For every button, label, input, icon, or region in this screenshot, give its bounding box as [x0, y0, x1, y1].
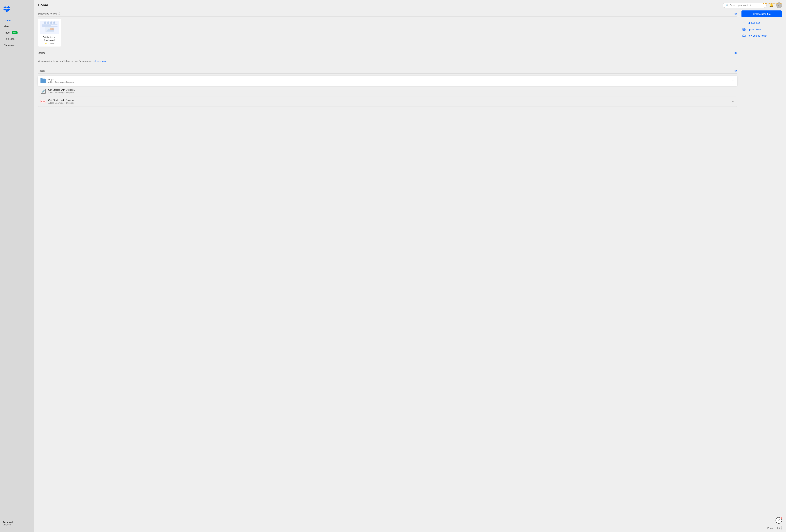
dropbox-logo-icon [3, 5, 10, 12]
recent-item-icon-link: 🔗 [40, 88, 46, 94]
search-bar[interactable]: 🔍 [723, 3, 767, 8]
search-input[interactable] [730, 4, 764, 6]
pdf-line [42, 24, 57, 25]
logo-container [0, 3, 34, 17]
page-footer: ··· Privacy ? [34, 524, 786, 532]
footer-privacy-link[interactable]: Privacy [767, 527, 775, 529]
account-sub: Only you [3, 524, 13, 526]
sidebar-item-paper-label: Paper [4, 31, 10, 34]
suggested-title: Suggested for you ⓘ [38, 12, 60, 15]
suggested-file-card[interactable]: ⊙ ⊙ ⊙ ⊙ [38, 19, 62, 47]
sidebar-item-hellosign-label: HelloSign [4, 38, 15, 40]
file-name: Get Started w... Dropbox.pdf [40, 36, 60, 42]
new-shared-folder-link[interactable]: New shared folder [741, 32, 782, 39]
svg-point-2 [50, 28, 54, 30]
recent-item-info-apps: Apps Added 5 days ago · Dropbox [48, 78, 730, 83]
upgrade-account-link[interactable]: ★ Upgrade account [763, 2, 782, 5]
recent-item-meta-apps: Added 5 days ago · Dropbox [48, 81, 730, 83]
sidebar-item-files[interactable]: Files [2, 24, 32, 29]
pdf-icon: PDF [41, 100, 46, 103]
pdf-line-short [42, 25, 51, 26]
upload-files-link[interactable]: Upload files [741, 20, 782, 26]
upgrade-label: Upgrade account [765, 2, 782, 5]
folder-icon-small: 📁 [45, 42, 47, 45]
pdf-dot-2: ⊙ [47, 21, 49, 24]
recent-section: Recent Hide Apps Added 5 days ago · Drop… [38, 68, 737, 107]
file-location: 📁 Dropbox [45, 42, 55, 45]
suggested-grid: ⊙ ⊙ ⊙ ⊙ [38, 19, 737, 47]
new-shared-folder-icon [742, 34, 746, 38]
content-area: Suggested for you ⓘ Hide ⊙ ⊙ [34, 10, 786, 524]
info-icon[interactable]: ⓘ [58, 12, 60, 15]
sidebar-item-home[interactable]: Home [2, 17, 32, 23]
recent-item-more-link[interactable]: ··· [730, 89, 735, 93]
svg-rect-3 [743, 24, 745, 24]
suggested-title-text: Suggested for you [38, 12, 57, 15]
recent-hide-button[interactable]: Hide [733, 69, 737, 72]
recent-item-more-apps[interactable]: ··· [730, 78, 735, 83]
link-icon: 🔗 [41, 89, 46, 94]
sidebar-nav: Home Files Paper New HelloSign Showcase [0, 17, 34, 518]
file-location-text: Dropbox [48, 42, 55, 44]
checkmark-icon: ✓ [778, 518, 780, 522]
suggested-hide-button[interactable]: Hide [733, 13, 737, 15]
recent-list: Apps Added 5 days ago · Dropbox ··· 🔗 Ge… [38, 76, 737, 107]
content-main: Suggested for you ⓘ Hide ⊙ ⊙ [38, 10, 737, 520]
pdf-dot-1: ⊙ [44, 21, 46, 24]
upload-folder-label: Upload folder [747, 28, 762, 31]
starred-description: When you star items, they'll show up her… [38, 60, 95, 63]
sidebar-item-showcase-label: Showcase [4, 44, 15, 47]
sidebar-item-home-label: Home [4, 19, 11, 22]
upload-folder-link[interactable]: Upload folder [741, 26, 782, 32]
account-name: Personal [3, 521, 13, 524]
starred-header: Starred Hide [38, 50, 737, 56]
pdf-dot-4: ⊙ [53, 21, 55, 24]
recent-item-link[interactable]: 🔗 Get Started with Dropbo... Added 5 day… [38, 86, 737, 96]
task-complete-button[interactable]: ✓ [776, 517, 782, 524]
paper-new-badge: New [12, 31, 17, 34]
main-content: ★ Upgrade account Home 🔍 🔔 ☺ Suggested f… [34, 0, 786, 532]
sidebar-item-showcase[interactable]: Showcase [2, 42, 32, 48]
right-panel: Create new file Upload files [741, 10, 782, 520]
recent-item-pdf[interactable]: PDF Get Started with Dropbo... Added 5 d… [38, 96, 737, 107]
suggested-header: Suggested for you ⓘ Hide [38, 10, 737, 17]
recent-item-meta-link: Added 5 days ago · Dropbox [48, 92, 730, 94]
recent-item-name-link: Get Started with Dropbo... [48, 89, 730, 91]
sidebar-item-hellosign[interactable]: HelloSign [2, 36, 32, 42]
starred-hide-button[interactable]: Hide [733, 52, 737, 54]
create-new-file-button[interactable]: Create new file [741, 10, 782, 17]
recent-item-icon-pdf: PDF [40, 98, 46, 104]
starred-section: Starred Hide When you star items, they'l… [38, 50, 737, 65]
account-switcher[interactable]: Personal Only you ⌃ [3, 521, 31, 526]
upload-files-label: Upload files [747, 22, 760, 24]
starred-empty-text: When you star items, they'll show up her… [38, 58, 737, 65]
chevron-down-icon: ⌃ [29, 522, 31, 525]
recent-item-info-link: Get Started with Dropbo... Added 5 days … [48, 89, 730, 94]
recent-item-info-pdf: Get Started with Dropbo... Added 5 days … [48, 99, 730, 104]
recent-item-name-pdf: Get Started with Dropbo... [48, 99, 730, 101]
search-icon: 🔍 [725, 4, 729, 6]
recent-item-meta-pdf: Added 5 days ago · Dropbox [48, 102, 730, 104]
learn-more-link[interactable]: Learn more [95, 60, 107, 63]
notification-dot [780, 517, 782, 519]
sidebar-item-paper[interactable]: Paper New [2, 30, 32, 35]
mountain-illustration [45, 27, 54, 32]
recent-title-text: Recent [38, 69, 45, 72]
pdf-dot-3: ⊙ [50, 21, 52, 24]
file-thumbnail: ⊙ ⊙ ⊙ ⊙ [40, 21, 59, 34]
page-title: Home [38, 3, 48, 7]
pdf-line-2 [42, 26, 57, 27]
recent-header: Recent Hide [38, 68, 737, 74]
footer-help-button[interactable]: ? [777, 526, 782, 530]
recent-item-apps[interactable]: Apps Added 5 days ago · Dropbox ··· [38, 76, 737, 86]
sidebar-footer: Personal Only you ⌃ [0, 518, 34, 529]
upload-files-icon [742, 21, 746, 25]
recent-item-more-pdf[interactable]: ··· [730, 99, 735, 104]
sidebar-item-files-label: Files [4, 25, 9, 28]
footer-more-button[interactable]: ··· [762, 527, 765, 530]
star-icon: ★ [763, 2, 765, 5]
recent-item-name-apps: Apps [48, 78, 730, 81]
folder-icon [41, 78, 46, 83]
page-header: Home 🔍 🔔 ☺ [34, 0, 786, 10]
recent-item-icon-apps [40, 78, 46, 84]
